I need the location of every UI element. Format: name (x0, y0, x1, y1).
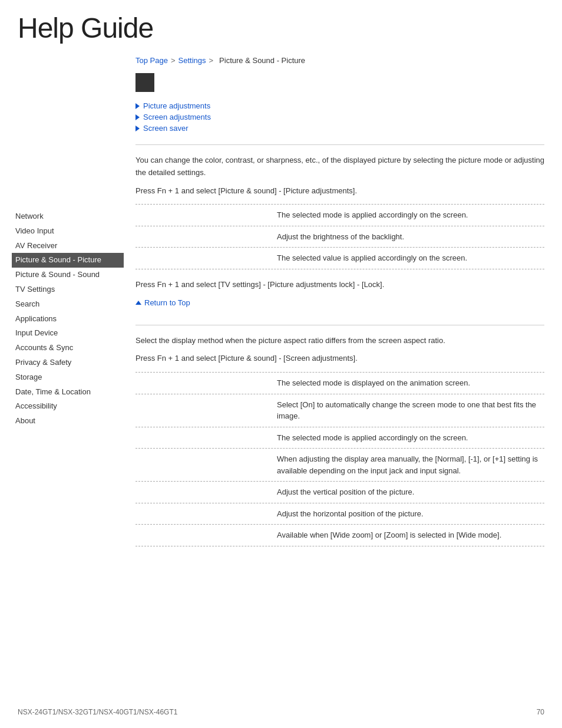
table-cell-right: When adjusting the display area manually… (277, 453, 544, 476)
section1-instruction: Press Fn + 1 and select [Picture & sound… (135, 185, 544, 197)
sidebar-item-privacy---safety[interactable]: Privacy & Safety (12, 355, 124, 370)
page-icon (135, 73, 154, 92)
table-cell-right: The selected value is applied accordingl… (277, 252, 544, 264)
breadcrumb-current: Picture & Sound - Picture (219, 56, 305, 65)
table-row: The selected mode is applied accordingly… (135, 427, 544, 449)
section2-instruction: Press Fn + 1 and select [Picture & sound… (135, 353, 544, 365)
sidebar-item-search[interactable]: Search (12, 297, 124, 312)
table-row: The selected mode is displayed on the an… (135, 372, 544, 394)
table-cell-right: Adjust the brightness of the backlight. (277, 231, 544, 243)
return-to-top-1[interactable]: Return to Top (135, 298, 544, 307)
section-screen-adjustments: Select the display method when the pictu… (135, 335, 544, 546)
page-title: Help Guide (18, 12, 544, 44)
table-row: Available when [Wide zoom] or [Zoom] is … (135, 524, 544, 546)
sidebar-item-accessibility[interactable]: Accessibility (12, 399, 124, 414)
sidebar-item-network[interactable]: Network (12, 209, 124, 224)
arrow-right-icon (135, 114, 140, 120)
table-cell-left (135, 508, 277, 520)
section2-table: The selected mode is displayed on the an… (135, 372, 544, 546)
table-cell-left (135, 252, 277, 264)
table-cell-left (135, 529, 277, 541)
section-link-label: Picture adjustments (143, 101, 210, 110)
section1-intro: You can change the color, contrast, or s… (135, 154, 544, 179)
section-link-screen-saver[interactable]: Screen saver (135, 124, 544, 133)
return-to-top-label: Return to Top (144, 298, 190, 307)
table-row: The selected mode is applied accordingly… (135, 204, 544, 226)
main-content: Top Page > Settings > Picture & Sound - … (124, 50, 562, 582)
table-row: Adjust the vertical position of the pict… (135, 481, 544, 503)
section-link-label: Screen adjustments (143, 113, 211, 121)
table-cell-right: The selected mode is displayed on the an… (277, 377, 544, 389)
table-cell-right: Select [On] to automatically change the … (277, 399, 544, 422)
table-cell-left (135, 377, 277, 389)
section-link-pic-adjustments[interactable]: Picture adjustments (135, 101, 544, 110)
table-cell-right: Adjust the vertical position of the pict… (277, 486, 544, 498)
table-cell-right: The selected mode is applied accordingly… (277, 209, 544, 221)
breadcrumb-sep1: > (171, 56, 176, 65)
table-row: When adjusting the display area manually… (135, 448, 544, 481)
table-cell-right: The selected mode is applied accordingly… (277, 432, 544, 444)
sidebar-item-tv-settings[interactable]: TV Settings (12, 282, 124, 297)
table-cell-left (135, 453, 277, 476)
table-row: Select [On] to automatically change the … (135, 394, 544, 427)
sidebar-item-date,-time---location[interactable]: Date, Time & Location (12, 385, 124, 400)
divider-1 (135, 144, 544, 145)
arrow-right-icon (135, 103, 140, 109)
sidebar: NetworkVideo InputAV ReceiverPicture & S… (0, 50, 124, 582)
sidebar-item-about[interactable]: About (12, 414, 124, 429)
sidebar-item-accounts---sync[interactable]: Accounts & Sync (12, 341, 124, 355)
layout: NetworkVideo InputAV ReceiverPicture & S… (0, 50, 562, 582)
breadcrumb: Top Page > Settings > Picture & Sound - … (135, 56, 544, 65)
section1-table: The selected mode is applied accordingly… (135, 204, 544, 269)
section-picture-adjustments: You can change the color, contrast, or s… (135, 154, 544, 307)
table-cell-left (135, 486, 277, 498)
breadcrumb-top[interactable]: Top Page (135, 56, 168, 65)
arrow-up-icon (135, 301, 141, 305)
arrow-right-icon (135, 126, 140, 131)
table-row: The selected value is applied accordingl… (135, 247, 544, 269)
table-cell-left (135, 231, 277, 243)
sidebar-item-video-input[interactable]: Video Input (12, 224, 124, 239)
footer: NSX-24GT1/NSX-32GT1/NSX-40GT1/NSX-46GT1 … (18, 708, 544, 716)
breadcrumb-settings[interactable]: Settings (178, 56, 206, 65)
section1-lock-instruction: Press Fn + 1 and select [TV settings] - … (135, 279, 544, 291)
divider-2 (135, 325, 544, 325)
section2-intro: Select the display method when the pictu… (135, 335, 544, 347)
table-cell-right: Available when [Wide zoom] or [Zoom] is … (277, 529, 544, 541)
sidebar-item-applications[interactable]: Applications (12, 312, 124, 327)
sidebar-item-input-device[interactable]: Input Device (12, 326, 124, 341)
sidebar-item-picture---sound---picture[interactable]: Picture & Sound - Picture (12, 253, 124, 268)
sidebar-item-picture---sound---sound[interactable]: Picture & Sound - Sound (12, 268, 124, 282)
table-row: Adjust the horizontal position of the pi… (135, 503, 544, 525)
table-cell-left (135, 432, 277, 444)
section-link-label: Screen saver (143, 124, 189, 133)
table-row: Adjust the brightness of the backlight. (135, 226, 544, 248)
sidebar-item-storage[interactable]: Storage (12, 370, 124, 385)
footer-page: 70 (537, 708, 544, 716)
table-cell-left (135, 399, 277, 422)
footer-model: NSX-24GT1/NSX-32GT1/NSX-40GT1/NSX-46GT1 (18, 708, 177, 716)
section-link-screen-adjustments[interactable]: Screen adjustments (135, 113, 544, 121)
table-cell-left (135, 209, 277, 221)
header: Help Guide (0, 0, 562, 50)
table-cell-right: Adjust the horizontal position of the pi… (277, 508, 544, 520)
sidebar-item-av-receiver[interactable]: AV Receiver (12, 239, 124, 253)
breadcrumb-sep2: > (209, 56, 214, 65)
section-links: Picture adjustmentsScreen adjustmentsScr… (135, 101, 544, 133)
